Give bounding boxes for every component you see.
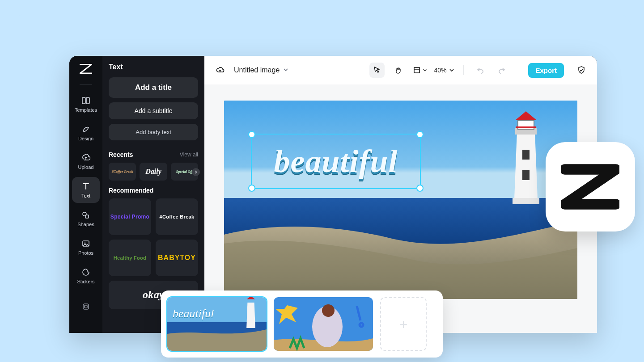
export-button[interactable]: Export [528,63,564,78]
nav-rail: Templates Design Upload Text Shapes Phot… [69,56,102,333]
resize-handle-nw[interactable] [248,131,255,138]
recents-label: Recents [109,151,133,158]
nav-stickers[interactable]: Stickers [72,263,100,289]
nav-label: Stickers [77,279,94,284]
canvas-text[interactable]: beautiful [274,143,398,180]
svg-marker-23 [246,303,255,328]
zoom-value: 40% [434,67,446,74]
style-tile[interactable]: BABYTOY [156,240,198,276]
canvas[interactable]: beautiful [224,101,577,299]
canvas-image [224,101,577,299]
add-title-button[interactable]: Add a title [109,77,198,98]
panel-title: Text [109,63,198,71]
recents-row: #Coffee Break Daily Special Off [109,163,198,181]
text-icon [81,181,91,191]
cloud-sync-icon[interactable] [212,63,228,78]
svg-rect-8 [414,67,419,73]
nav-shapes[interactable]: Shapes [72,206,100,232]
nav-label: Templates [75,107,97,113]
add-body-button[interactable]: Add body text [109,124,198,140]
nav-design[interactable]: Design [72,120,100,146]
svg-rect-0 [82,97,85,104]
upload-icon [81,153,91,163]
svg-marker-12 [514,132,538,199]
photos-icon [81,239,91,248]
hand-tool[interactable] [391,63,406,78]
nav-photos[interactable]: Photos [72,234,100,260]
design-icon [81,124,91,134]
style-tile[interactable]: Special Promo [109,198,151,235]
style-tile[interactable]: #Coffee Break [156,198,198,235]
thumb-caption: beautiful [173,307,214,320]
svg-rect-7 [85,305,87,308]
shield-icon[interactable] [574,63,589,78]
svg-rect-1 [86,97,89,104]
nav-text[interactable]: Text [72,177,100,203]
resize-canvas-button[interactable] [412,63,428,78]
zoom-control[interactable]: 40% [434,67,454,74]
add-page-button[interactable]: ＋ [380,297,427,351]
nav-label: Upload [78,164,94,170]
svg-rect-6 [83,304,89,309]
chevron-down-icon [449,67,454,73]
brand-badge [546,142,635,232]
shapes-icon [81,210,91,220]
stickers-icon [81,267,91,277]
svg-rect-20 [522,170,530,180]
svg-point-27 [322,304,335,317]
topbar: Untitled image 40% [204,56,597,84]
layers-icon[interactable] [81,302,90,313]
doc-title: Untitled image [234,66,280,74]
recommended-label: Recommended [109,187,153,194]
select-tool[interactable] [369,63,385,78]
svg-rect-19 [522,150,530,160]
recent-thumb[interactable]: Daily [140,163,167,181]
scroll-right-icon[interactable] [192,168,200,176]
redo-button[interactable] [494,63,509,78]
plus-icon: ＋ [397,315,410,333]
page-thumbnails: beautiful ＋ [161,290,443,358]
svg-rect-13 [513,198,539,204]
resize-handle-sw[interactable] [248,185,255,192]
chevron-down-icon [283,66,288,74]
app-logo-icon [80,64,92,76]
resize-handle-se[interactable] [416,185,424,192]
nav-label: Design [78,136,93,141]
nav-upload[interactable]: Upload [72,148,100,174]
templates-icon [81,96,91,105]
view-all-link[interactable]: View all [180,152,198,158]
resize-handle-ne[interactable] [416,131,424,138]
svg-rect-18 [516,126,536,128]
page-thumb[interactable] [274,297,373,351]
nav-label: Shapes [77,222,94,227]
nav-label: Text [81,193,90,198]
app-logo-icon [561,158,619,216]
recent-thumb[interactable]: #Coffee Break [109,163,136,181]
nav-label: Photos [78,250,93,256]
undo-button[interactable] [473,63,488,78]
text-selection[interactable]: beautiful [251,134,421,189]
doc-title-button[interactable]: Untitled image [234,66,288,74]
nav-templates[interactable]: Templates [72,91,100,117]
add-subtitle-button[interactable]: Add a subtitle [109,102,198,119]
page-thumb[interactable]: beautiful [167,297,267,351]
style-tile[interactable]: Healthy Food [109,240,151,276]
